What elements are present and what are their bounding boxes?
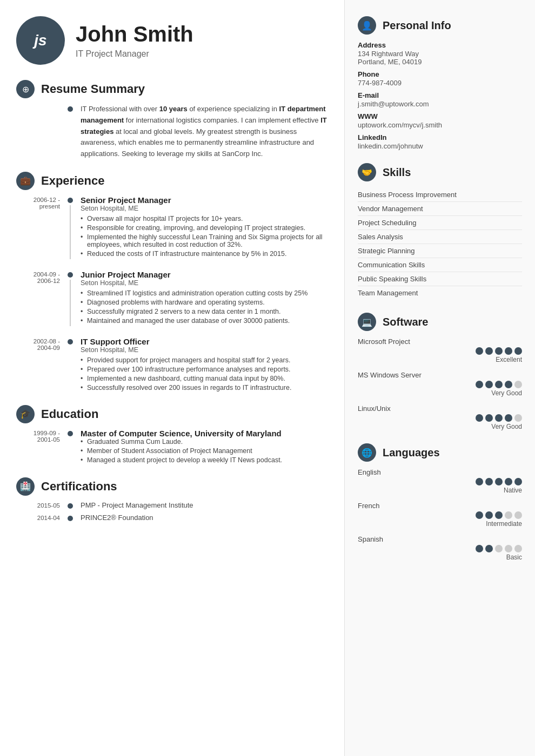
personal-info-fields: Address 134 Rightward WayPortland, ME, 0… [358,41,522,150]
phone-value: 774-987-4009 [358,79,522,87]
candidate-title: IT Project Manager [76,49,193,59]
job-company-3: Seton Hospital, ME [81,346,333,354]
job-content-1: Senior Project Manager Seton Hospital, M… [81,195,333,259]
bullet: Provided support for project managers an… [81,356,333,364]
languages-title: Languages [383,447,440,459]
job-date-2: 2004-09 -2006-12 [16,270,68,326]
software-dots-2 [358,381,522,388]
candidate-name: John Smith [76,22,193,46]
job-item-3: 2002-08 -2004-09 IT Support Officer Seto… [16,337,333,393]
bullet: Maintained and managed the user database… [81,317,333,325]
dot-empty [505,545,512,552]
phone-label: Phone [358,70,522,78]
experience-header: 💼 Experience [16,172,333,190]
job-line-1 [70,205,71,259]
cert-dot-1 [68,503,73,509]
dot [495,511,503,519]
job-title-1: Senior Project Manager [81,195,333,205]
software-label-2: Very Good [358,389,522,397]
bullet: Implemented the highly successful Lean T… [81,233,333,248]
bullet: Graduated Summa Cum Laude. [81,438,333,446]
software-dots-1 [358,347,522,355]
dot [485,511,493,519]
education-title: Education [41,407,98,421]
dot-empty [514,511,522,519]
job-content-3: IT Support Officer Seton Hospital, ME Pr… [81,337,333,393]
dot-empty [514,381,522,388]
job-item-2: 2004-09 -2006-12 Junior Project Manager … [16,270,333,326]
cert-date-1: 2015-05 [16,501,68,509]
dot [514,347,522,355]
lang-item-3: Spanish Basic [358,535,522,561]
lang-name-1: English [358,468,522,476]
skills-title: Skills [383,166,411,179]
cert-text-1: PMP - Project Management Institute [81,501,193,509]
lang-label-1: Native [358,487,522,494]
software-name-1: Microsoft Project [358,338,522,346]
dot [476,381,483,388]
job-dot-3 [68,339,73,345]
bullet: Managed a student project to develop a w… [81,456,333,464]
skills-icon: 🤝 [358,163,376,181]
lang-item-2: French Intermediate [358,502,522,528]
dot [495,381,503,388]
personal-info-header: 👤 Personal Info [358,16,522,35]
job-content-2: Junior Project Manager Seton Hospital, M… [81,270,333,326]
languages-section: 🌐 Languages English Native [358,443,522,561]
cert-dot-2 [68,516,73,521]
dots-filled-2 [476,381,522,388]
dots-filled-3 [476,414,522,422]
languages-header: 🌐 Languages [358,443,522,462]
cert-dot-col-1 [68,501,73,509]
job-bullets-3: Provided support for project managers an… [81,356,333,392]
www-value: uptowork.com/mycv/j.smith [358,121,522,129]
edu-bullets-1: Graduated Summa Cum Laude. Member of Stu… [81,438,333,464]
dot [476,414,483,422]
dot-empty [505,511,512,519]
edu-degree-1: Master of Computer Science, University o… [81,429,333,438]
dot [505,414,512,422]
job-title-2: Junior Project Manager [81,270,333,279]
dot [495,478,503,485]
dot [476,347,483,355]
cert-text-2: PRINCE2® Foundation [81,514,153,522]
languages-list: English Native French [358,468,522,561]
software-label-1: Excellent [358,356,522,363]
software-section: 💻 Software Microsoft Project [358,313,522,430]
dot [514,478,522,485]
header: js John Smith IT Project Manager [16,16,333,65]
dot [505,347,512,355]
skills-section: 🤝 Skills Business Process Improvement Ve… [358,163,522,300]
job-dot-col-1 [68,195,73,259]
job-bullets-1: Oversaw all major hospital IT projects f… [81,215,333,258]
software-title: Software [383,316,428,328]
dot [485,414,493,422]
skill-item: Public Speaking Skills [358,272,522,286]
software-icon: 💻 [358,313,376,331]
dot-empty [514,414,522,422]
lang-label-2: Intermediate [358,520,522,528]
bullet: Oversaw all major hospital IT projects f… [81,215,333,222]
linkedin-value: linkedin.com/johnutw [358,142,522,150]
right-column: 👤 Personal Info Address 134 Rightward Wa… [345,0,535,756]
email-value: j.smith@uptowork.com [358,100,522,108]
lang-name-2: French [358,502,522,510]
dot [485,381,493,388]
skill-item: Project Scheduling [358,216,522,230]
edu-item-1: 1999-09 -2001-05 Master of Computer Scie… [16,429,333,465]
resume-container: js John Smith IT Project Manager ⊕ Resum… [0,0,535,756]
experience-title: Experience [41,174,104,188]
skill-item: Business Process Improvement [358,188,522,202]
skill-item: Sales Analysis [358,230,522,244]
left-column: js John Smith IT Project Manager ⊕ Resum… [0,0,345,756]
certifications-icon: 🏥 [16,477,35,496]
job-dot-2 [68,272,73,278]
skills-header: 🤝 Skills [358,163,522,181]
skill-item: Vendor Management [358,202,522,216]
lang-item-1: English Native [358,468,522,494]
bullet: Implemented a new dashboard, cutting man… [81,375,333,382]
job-line-2 [70,280,71,326]
lang-label-3: Basic [358,554,522,561]
software-name-2: MS Windows Server [358,371,522,379]
dot [495,347,503,355]
